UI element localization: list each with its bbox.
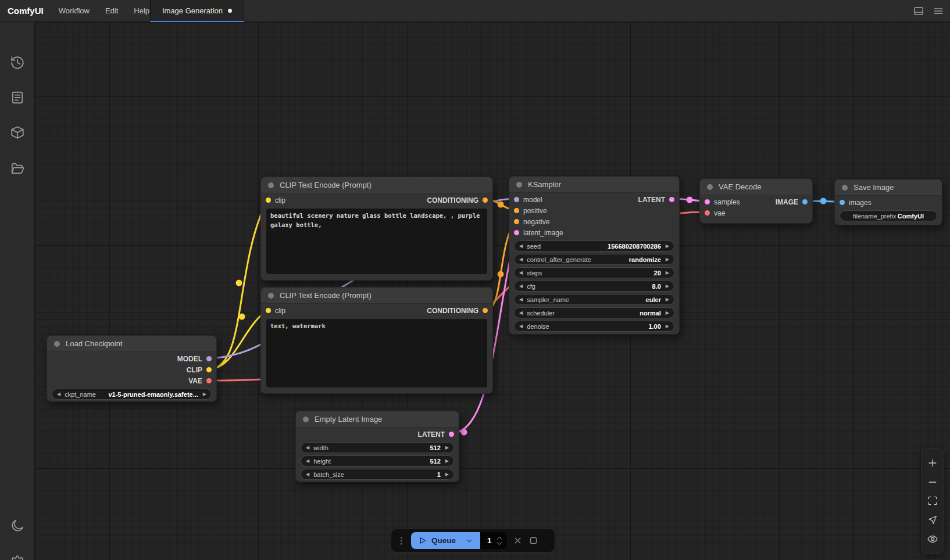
decrement-arrow-icon[interactable]: ◀ (306, 446, 309, 450)
settings-gear-icon[interactable] (10, 555, 25, 560)
port-vae[interactable] (705, 210, 710, 216)
node-header[interactable]: KSampler (509, 177, 679, 193)
stop-button[interactable] (528, 536, 538, 545)
fit-view-button[interactable] (927, 494, 938, 507)
decrement-arrow-icon[interactable]: ◀ (519, 324, 523, 329)
workflow-tab-active[interactable]: Image Generation (150, 0, 244, 22)
node-load-checkpoint[interactable]: Load Checkpoint MODEL CLIP VAE ◀ ckpt_na… (47, 335, 217, 402)
node-header[interactable]: CLIP Text Encode (Prompt) (261, 288, 492, 304)
widget-sampler-name[interactable]: ◀ sampler_name euler ▶ (514, 294, 674, 305)
workflows-folder-icon[interactable] (10, 161, 25, 176)
decrement-arrow-icon[interactable]: ◀ (519, 271, 523, 275)
node-empty-latent-image[interactable]: Empty Latent Image LATENT ◀ width 512 ▶ … (295, 411, 459, 482)
input-slot-negative[interactable]: negative (514, 218, 549, 226)
theme-toggle-moon-icon[interactable] (10, 518, 25, 533)
collapse-dot[interactable] (707, 184, 713, 190)
zoom-out-button[interactable] (927, 476, 938, 489)
port-model[interactable] (514, 197, 519, 202)
decrement-arrow-icon[interactable]: ◀ (519, 297, 523, 302)
port-latent[interactable] (705, 199, 710, 204)
output-slot-conditioning[interactable]: CONDITIONING (427, 307, 488, 315)
port-conditioning[interactable] (483, 308, 488, 313)
hamburger-menu-icon[interactable] (933, 5, 944, 17)
port-clip[interactable] (266, 308, 271, 313)
node-header[interactable]: VAE Decode (700, 179, 812, 195)
output-slot-conditioning[interactable]: CONDITIONING (427, 196, 488, 204)
collapse-dot[interactable] (303, 417, 309, 422)
decrement-arrow-icon[interactable]: ◀ (519, 257, 523, 262)
node-templates-icon[interactable] (10, 90, 25, 105)
node-vae-decode[interactable]: VAE Decode samples IMAGE vae (699, 178, 813, 224)
collapse-dot[interactable] (54, 341, 60, 347)
increment-arrow-icon[interactable]: ▶ (666, 324, 669, 329)
increment-arrow-icon[interactable]: ▶ (203, 392, 206, 397)
increment-arrow-icon[interactable]: ▶ (445, 459, 449, 464)
increment-arrow-icon[interactable]: ▶ (445, 446, 449, 450)
output-slot-latent[interactable]: LATENT (418, 430, 454, 439)
node-header[interactable]: Empty Latent Image (296, 411, 459, 428)
positive-prompt-textarea[interactable]: beautiful scenery nature glass bottle la… (266, 209, 487, 274)
widget-batch-size[interactable]: ◀ batch_size 1 ▶ (301, 469, 454, 480)
node-clip-text-encode-positive[interactable]: CLIP Text Encode (Prompt) clip CONDITION… (260, 177, 493, 281)
port-vae[interactable] (206, 378, 212, 383)
input-slot-clip[interactable]: clip (266, 196, 285, 204)
port-latent[interactable] (514, 230, 519, 235)
chevron-down-icon[interactable] (465, 537, 473, 545)
output-slot-latent[interactable]: LATENT (638, 196, 674, 204)
cancel-run-button[interactable] (513, 536, 523, 545)
port-image[interactable] (840, 200, 845, 205)
select-mode-button[interactable] (927, 514, 938, 526)
queue-button[interactable]: Queue (411, 532, 480, 549)
widget-height[interactable]: ◀ height 512 ▶ (301, 455, 454, 466)
decrement-arrow-icon[interactable]: ◀ (306, 472, 309, 477)
node-header[interactable]: Load Checkpoint (47, 336, 216, 352)
port-clip[interactable] (266, 198, 271, 203)
negative-prompt-textarea[interactable]: text, watermark (266, 319, 487, 387)
collapse-dot[interactable] (516, 182, 522, 188)
drag-handle-icon[interactable]: ⋮ (397, 536, 405, 546)
widget-control-after-generate[interactable]: ◀ control_after_generate randomize ▶ (514, 254, 674, 265)
widget-ckpt-name[interactable]: ◀ ckpt_name v1-5-pruned-emaonly.safete..… (52, 389, 212, 400)
collapse-dot[interactable] (268, 293, 274, 299)
port-conditioning[interactable] (483, 198, 488, 203)
output-slot-model[interactable]: MODEL (177, 355, 212, 363)
port-image[interactable] (802, 199, 808, 204)
node-ksampler[interactable]: KSampler model LATENT positive negative (509, 176, 680, 335)
input-slot-clip[interactable]: clip (266, 307, 285, 315)
collapse-dot[interactable] (268, 182, 274, 188)
widget-steps[interactable]: ◀ steps 20 ▶ (514, 267, 674, 278)
output-slot-clip[interactable]: CLIP (187, 366, 212, 374)
port-latent[interactable] (449, 432, 454, 437)
increment-arrow-icon[interactable]: ▶ (666, 284, 669, 289)
batch-count-spinner[interactable]: 1 (480, 532, 507, 549)
collapse-dot[interactable] (842, 185, 848, 191)
stepper-down-icon[interactable] (496, 541, 503, 545)
port-conditioning[interactable] (514, 208, 519, 213)
increment-arrow-icon[interactable]: ▶ (666, 297, 669, 302)
port-conditioning[interactable] (514, 219, 519, 224)
menu-edit[interactable]: Edit (105, 6, 118, 15)
zoom-in-button[interactable] (927, 457, 938, 469)
input-slot-images[interactable]: images (840, 199, 872, 207)
input-slot-positive[interactable]: positive (514, 207, 547, 215)
increment-arrow-icon[interactable]: ▶ (445, 472, 449, 477)
decrement-arrow-icon[interactable]: ◀ (57, 392, 60, 397)
menu-help[interactable]: Help (134, 6, 149, 15)
history-icon[interactable] (10, 55, 25, 70)
port-clip[interactable] (206, 367, 212, 372)
port-model[interactable] (206, 356, 212, 361)
bottom-panel-icon[interactable] (913, 5, 924, 17)
input-slot-vae[interactable]: vae (705, 209, 725, 217)
node-header[interactable]: CLIP Text Encode (Prompt) (261, 177, 492, 193)
menu-workflow[interactable]: Workflow (59, 6, 90, 15)
widget-denoise[interactable]: ◀ denoise 1.00 ▶ (514, 321, 674, 332)
node-header[interactable]: Save Image (835, 180, 942, 196)
increment-arrow-icon[interactable]: ▶ (666, 244, 669, 249)
decrement-arrow-icon[interactable]: ◀ (306, 459, 309, 464)
widget-filename-prefix[interactable]: filename_prefix ComfyUI (840, 210, 937, 221)
input-slot-latent-image[interactable]: latent_image (514, 229, 563, 237)
increment-arrow-icon[interactable]: ▶ (666, 271, 669, 275)
input-slot-samples[interactable]: samples (705, 198, 740, 206)
widget-seed[interactable]: ◀ seed 156680208700286 ▶ (514, 240, 674, 252)
node-library-icon[interactable] (10, 125, 25, 140)
